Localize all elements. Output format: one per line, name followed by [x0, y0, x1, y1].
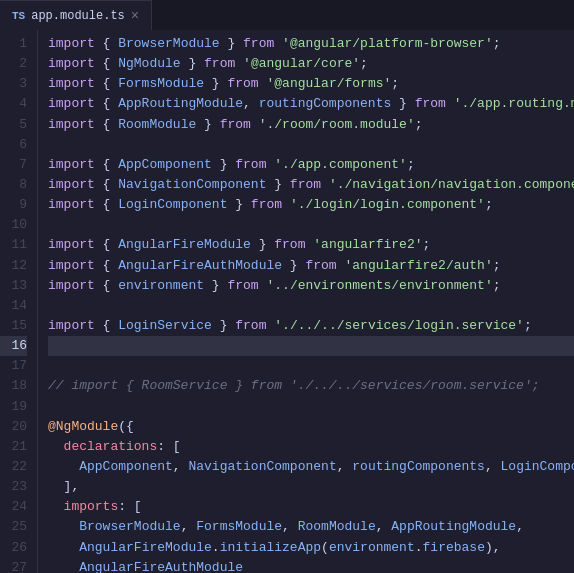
code-line-20: @NgModule({: [48, 417, 574, 437]
code-line-15: import { LoginService } from './../../se…: [48, 316, 574, 336]
code-line-10: [48, 215, 574, 235]
code-line-25: BrowserModule, FormsModule, RoomModule, …: [48, 517, 574, 537]
ts-icon: TS: [12, 10, 25, 22]
code-line-3: import { FormsModule } from '@angular/fo…: [48, 74, 574, 94]
code-line-9: import { LoginComponent } from './login/…: [48, 195, 574, 215]
code-line-22: AppComponent, NavigationComponent, routi…: [48, 457, 574, 477]
code-line-23: ],: [48, 477, 574, 497]
code-line-16: [48, 336, 574, 356]
code-line-13: import { environment } from '../environm…: [48, 276, 574, 296]
tab-filename: app.module.ts: [31, 9, 125, 23]
code-line-21: declarations: [: [48, 437, 574, 457]
code-line-26: AngularFireModule.initializeApp(environm…: [48, 538, 574, 558]
code-line-11: import { AngularFireModule } from 'angul…: [48, 235, 574, 255]
code-line-14: [48, 296, 574, 316]
code-line-27: AngularFireAuthModule: [48, 558, 574, 573]
code-line-18: // import { RoomService } from './../../…: [48, 376, 574, 396]
code-line-2: import { NgModule } from '@angular/core'…: [48, 54, 574, 74]
code-line-4: import { AppRoutingModule, routingCompon…: [48, 94, 574, 114]
editor: 1 2 3 4 5 6 7 8 9 10 11 12 13 14 15 16 1…: [0, 30, 574, 573]
code-line-1: import { BrowserModule } from '@angular/…: [48, 34, 574, 54]
code-line-8: import { NavigationComponent } from './n…: [48, 175, 574, 195]
tab-bar: TS app.module.ts ×: [0, 0, 574, 30]
close-icon[interactable]: ×: [131, 8, 139, 24]
code-line-24: imports: [: [48, 497, 574, 517]
tab-app-module[interactable]: TS app.module.ts ×: [0, 0, 152, 30]
code-line-19: [48, 397, 574, 417]
code-line-5: import { RoomModule } from './room/room.…: [48, 115, 574, 135]
line-numbers: 1 2 3 4 5 6 7 8 9 10 11 12 13 14 15 16 1…: [0, 30, 38, 573]
code-line-12: import { AngularFireAuthModule } from 'a…: [48, 256, 574, 276]
code-line-7: import { AppComponent } from './app.comp…: [48, 155, 574, 175]
code-line-6: [48, 135, 574, 155]
code-area: import { BrowserModule } from '@angular/…: [38, 30, 574, 573]
code-line-17: [48, 356, 574, 376]
